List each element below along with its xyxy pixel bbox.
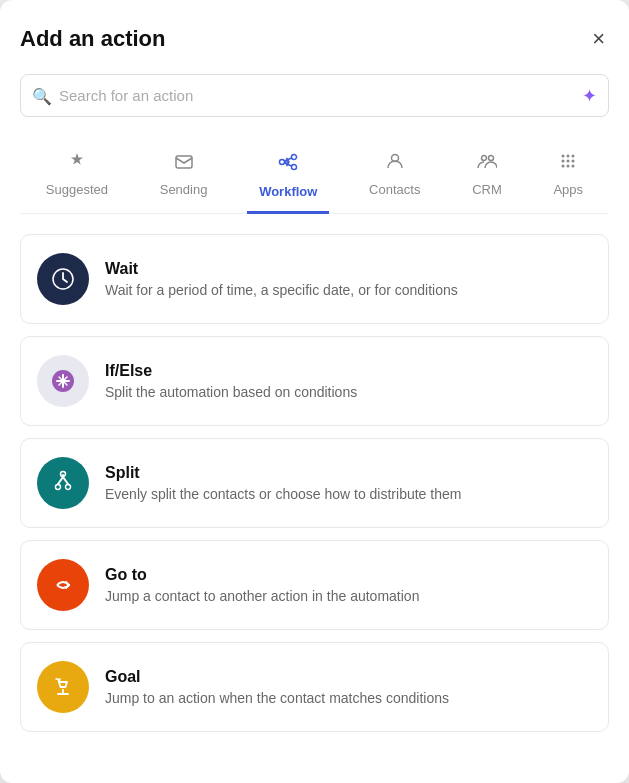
search-icon: 🔍 <box>32 86 52 105</box>
svg-point-9 <box>562 155 565 158</box>
apps-tab-icon <box>558 151 578 176</box>
contacts-tab-icon <box>385 151 405 176</box>
split-description: Evenly split the contacts or choose how … <box>105 486 461 502</box>
svg-point-2 <box>292 155 297 160</box>
workflow-tab-label: Workflow <box>259 184 317 199</box>
tab-crm[interactable]: CRM <box>460 141 514 214</box>
split-name: Split <box>105 464 461 482</box>
goto-name: Go to <box>105 566 419 584</box>
workflow-tab-icon <box>277 151 299 178</box>
magic-icon: ✦ <box>582 85 597 107</box>
action-item-wait[interactable]: Wait Wait for a period of time, a specif… <box>20 234 609 324</box>
add-action-modal: Add an action × 🔍 ✦ Suggested Sending Wo… <box>0 0 629 783</box>
search-container: 🔍 ✦ <box>20 74 609 117</box>
goal-icon <box>37 661 89 713</box>
contacts-tab-label: Contacts <box>369 182 420 197</box>
modal-header: Add an action × <box>20 24 609 54</box>
svg-point-11 <box>572 155 575 158</box>
goal-description: Jump to an action when the contact match… <box>105 690 449 706</box>
crm-tab-icon <box>477 151 497 176</box>
split-icon <box>37 457 89 509</box>
goal-text: Goal Jump to an action when the contact … <box>105 668 449 706</box>
action-list: Wait Wait for a period of time, a specif… <box>20 234 609 732</box>
wait-description: Wait for a period of time, a specific da… <box>105 282 458 298</box>
modal-title: Add an action <box>20 26 165 52</box>
svg-point-16 <box>567 165 570 168</box>
tab-sending[interactable]: Sending <box>148 141 220 214</box>
svg-point-10 <box>567 155 570 158</box>
svg-point-20 <box>56 485 61 490</box>
action-item-split[interactable]: Split Evenly split the contacts or choos… <box>20 438 609 528</box>
search-input[interactable] <box>20 74 609 117</box>
action-item-ifelse[interactable]: If/Else Split the automation based on co… <box>20 336 609 426</box>
svg-point-3 <box>292 165 297 170</box>
svg-point-8 <box>488 156 493 161</box>
svg-point-15 <box>562 165 565 168</box>
svg-point-13 <box>567 160 570 163</box>
action-item-goto[interactable]: Go to Jump a contact to another action i… <box>20 540 609 630</box>
suggested-tab-label: Suggested <box>46 182 108 197</box>
ifelse-icon <box>37 355 89 407</box>
svg-point-21 <box>66 485 71 490</box>
goal-name: Goal <box>105 668 449 686</box>
apps-tab-label: Apps <box>553 182 583 197</box>
tab-contacts[interactable]: Contacts <box>357 141 432 214</box>
goto-description: Jump a contact to another action in the … <box>105 588 419 604</box>
suggested-tab-icon <box>67 151 87 176</box>
svg-point-12 <box>562 160 565 163</box>
sending-tab-label: Sending <box>160 182 208 197</box>
action-item-goal[interactable]: Goal Jump to an action when the contact … <box>20 642 609 732</box>
goto-text: Go to Jump a contact to another action i… <box>105 566 419 604</box>
wait-name: Wait <box>105 260 458 278</box>
svg-rect-0 <box>176 156 192 168</box>
ifelse-text: If/Else Split the automation based on co… <box>105 362 357 400</box>
svg-point-14 <box>572 160 575 163</box>
goto-icon <box>37 559 89 611</box>
tab-workflow[interactable]: Workflow <box>247 141 329 214</box>
split-text: Split Evenly split the contacts or choos… <box>105 464 461 502</box>
ifelse-description: Split the automation based on conditions <box>105 384 357 400</box>
svg-point-1 <box>280 160 285 165</box>
svg-point-17 <box>572 165 575 168</box>
tab-suggested[interactable]: Suggested <box>34 141 120 214</box>
crm-tab-label: CRM <box>472 182 502 197</box>
tabs-container: Suggested Sending Workflow Contacts CRM … <box>20 141 609 214</box>
svg-point-7 <box>481 156 486 161</box>
close-button[interactable]: × <box>588 24 609 54</box>
wait-text: Wait Wait for a period of time, a specif… <box>105 260 458 298</box>
wait-icon <box>37 253 89 305</box>
sending-tab-icon <box>174 151 194 176</box>
tab-apps[interactable]: Apps <box>541 141 595 214</box>
ifelse-name: If/Else <box>105 362 357 380</box>
